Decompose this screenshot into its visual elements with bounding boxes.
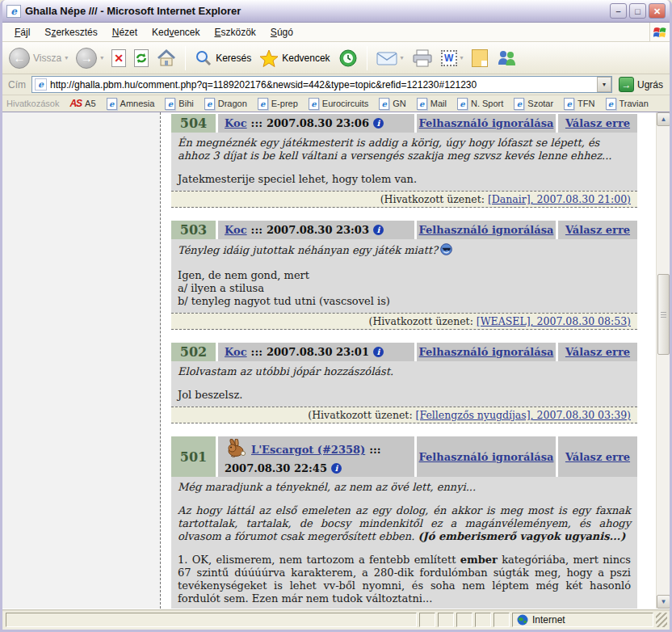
mail-dropdown-icon[interactable]: ▾ xyxy=(401,54,404,61)
favorites-button[interactable]: Kedvencek xyxy=(256,48,333,69)
vertical-scrollbar[interactable]: ▲ ▼ xyxy=(656,112,670,609)
title-bar[interactable]: e Ghalla Népe /// - Microsoft Internet E… xyxy=(2,0,670,23)
ie-page-icon: e xyxy=(417,98,427,110)
scrollbar-thumb[interactable] xyxy=(657,274,670,355)
links-bar-item-szotar[interactable]: eSzotar xyxy=(514,98,553,110)
links-bar-item-mail[interactable]: eMail xyxy=(417,98,447,110)
home-button[interactable] xyxy=(153,48,179,69)
resize-grip[interactable] xyxy=(656,613,667,627)
forum-thread: 504 Koc ::: 2007.08.30 23:06 i Felhaszná… xyxy=(161,112,656,609)
reply-link[interactable]: Válasz erre xyxy=(565,451,630,463)
scroll-down-button[interactable]: ▼ xyxy=(657,595,670,609)
ignore-user-link[interactable]: Felhasználó ignorálása xyxy=(419,451,554,463)
links-bar-item-a5[interactable]: ASA5 xyxy=(69,98,95,109)
address-label: Cím xyxy=(6,79,28,91)
window-title: Ghalla Népe /// - Microsoft Internet Exp… xyxy=(25,5,607,17)
links-bar-item-travian[interactable]: eTravian xyxy=(606,98,649,110)
cool-smiley-icon xyxy=(440,243,452,259)
forward-button[interactable]: → ▾ xyxy=(73,46,107,70)
forum-post-503: 503 Koc ::: 2007.08.30 23:03 i Felhaszná… xyxy=(171,221,637,330)
author-link[interactable]: Koc xyxy=(225,346,247,358)
toolbar: ← Vissza ▾ → ▾ ✕ Keresés Kedvencek xyxy=(2,42,670,74)
rabbit-avatar xyxy=(225,439,247,461)
history-button[interactable] xyxy=(335,47,361,70)
reply-link[interactable]: Válasz erre xyxy=(565,346,630,358)
messenger-icon xyxy=(496,48,517,68)
reply-link[interactable]: Válasz erre xyxy=(565,224,630,236)
ie-page-icon: e xyxy=(379,98,389,110)
stop-icon: ✕ xyxy=(111,49,126,67)
post-author-cell: Koc ::: 2007.08.30 23:06 i xyxy=(218,114,414,133)
links-bar-item-gn[interactable]: eGN xyxy=(379,98,406,110)
author-link[interactable]: Koc xyxy=(225,224,247,236)
quoted-message-link[interactable]: [WEASEL], 2007.08.30 08:53) xyxy=(477,315,631,327)
forward-dropdown-icon[interactable]: ▾ xyxy=(100,54,103,61)
links-bar: Hivatkozások ASA5 eAmnesia eBihi eDragon… xyxy=(2,95,670,112)
search-button[interactable]: Keresés xyxy=(191,48,254,69)
ie-page-icon: e xyxy=(35,78,47,91)
menu-help[interactable]: Súgó xyxy=(263,24,300,40)
menu-view[interactable]: Nézet xyxy=(105,24,145,40)
messenger-button[interactable] xyxy=(493,47,520,70)
mail-button[interactable]: ▾ xyxy=(373,48,407,68)
globe-icon xyxy=(517,614,528,626)
quote-prefix: (Hivatkozott üzenet: xyxy=(369,315,473,327)
ignore-user-link[interactable]: Felhasználó ignorálása xyxy=(419,224,554,236)
ie-page-icon: e xyxy=(564,98,574,110)
post-quote-footer: (Hivatkozott üzenet:[Fellengzős nyugdíja… xyxy=(171,407,637,423)
address-url[interactable]: http://ghalla.pbm.hu/comment.php?q=11892… xyxy=(50,79,597,91)
print-button[interactable] xyxy=(409,48,436,69)
home-icon xyxy=(157,49,176,67)
reply-cell: Válasz erre xyxy=(558,343,637,361)
back-dropdown-icon[interactable]: ▾ xyxy=(65,54,68,61)
menu-tools[interactable]: Eszközök xyxy=(207,24,262,40)
forum-post-501: 501 L'Escargot (#2358) ::: 2007.08.30 22… xyxy=(171,436,637,609)
post-header: 502 Koc ::: 2007.08.30 23:01 i Felhaszná… xyxy=(171,343,637,361)
links-bar-item-dragon[interactable]: eDragon xyxy=(204,98,247,110)
links-bar-item-eurocircuits[interactable]: eEurocircuits xyxy=(309,98,368,110)
word-icon: W xyxy=(441,50,457,66)
edit-with-word-button[interactable]: W ▾ xyxy=(438,48,467,68)
ie-page-icon: e xyxy=(258,98,268,110)
ie-e-glyph: e xyxy=(10,6,17,17)
refresh-button[interactable] xyxy=(131,48,152,69)
post-header: 503 Koc ::: 2007.08.30 23:03 i Felhaszná… xyxy=(171,221,637,239)
address-input[interactable]: e http://ghalla.pbm.hu/comment.php?q=118… xyxy=(32,76,612,93)
links-bar-item-nsport[interactable]: eN. Sport xyxy=(457,98,503,110)
stop-button[interactable]: ✕ xyxy=(108,48,129,69)
edit-dropdown-icon[interactable]: ▾ xyxy=(460,54,464,61)
info-icon[interactable]: i xyxy=(373,225,384,235)
ignore-user-link[interactable]: Felhasználó ignorálása xyxy=(419,117,554,129)
links-bar-item-eprep[interactable]: eE-prep xyxy=(258,98,298,110)
forum-post-504: 504 Koc ::: 2007.08.30 23:06 i Felhaszná… xyxy=(171,114,637,208)
menu-file[interactable]: Fájl xyxy=(7,24,37,40)
status-pane xyxy=(438,613,454,627)
ie-page-icon: e xyxy=(165,98,175,110)
minimize-button[interactable]: – xyxy=(610,3,627,19)
reply-link[interactable]: Válasz erre xyxy=(565,117,630,129)
address-dropdown-icon[interactable]: ▾ xyxy=(597,77,611,92)
info-icon[interactable]: i xyxy=(373,118,384,129)
author-link[interactable]: Koc xyxy=(225,117,247,129)
links-bar-item-amnesia[interactable]: eAmnesia xyxy=(107,98,155,110)
author-link[interactable]: L'Escargot (#2358) xyxy=(251,444,365,456)
maximize-button[interactable]: □ xyxy=(629,3,646,19)
discuss-button[interactable] xyxy=(468,48,491,69)
scroll-up-button[interactable]: ▲ xyxy=(657,112,670,126)
quote-prefix: (Hivatkozott üzenet: xyxy=(380,193,485,205)
go-button[interactable]: → Ugrás xyxy=(615,77,666,92)
menu-edit[interactable]: Szerkesztés xyxy=(37,24,104,40)
menu-favorites[interactable]: Kedvencek xyxy=(145,24,207,40)
post-body: Elolvastam az utóbbi jópár hozzászólást.… xyxy=(171,361,637,407)
close-button[interactable]: ✕ xyxy=(649,3,666,19)
quoted-message-link[interactable]: [Fellengzős nyugdíjas], 2007.08.30 03:39… xyxy=(416,409,631,421)
info-icon[interactable]: i xyxy=(373,347,384,357)
post-number: 504 xyxy=(171,114,216,133)
post-number: 501 xyxy=(171,436,216,477)
links-bar-item-bihi[interactable]: eBihi xyxy=(165,98,193,110)
back-button[interactable]: ← Vissza ▾ xyxy=(6,46,71,70)
links-bar-item-tfn[interactable]: eTFN xyxy=(564,98,594,110)
info-icon[interactable]: i xyxy=(331,463,342,474)
ignore-user-link[interactable]: Felhasználó ignorálása xyxy=(419,346,554,358)
quoted-message-link[interactable]: [Danair], 2007.08.30 21:00) xyxy=(488,193,631,205)
